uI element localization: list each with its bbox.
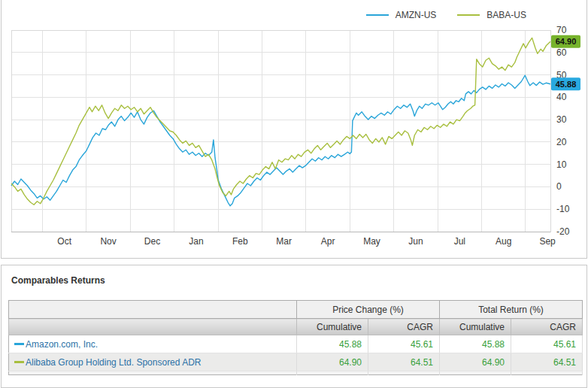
return-value-cell: 45.61: [511, 335, 583, 353]
legend-line-swatch: [366, 14, 389, 16]
legend-label: AMZN-US: [396, 10, 437, 20]
x-tick-label: Apr: [321, 236, 335, 247]
y-tick-label: 10: [556, 159, 567, 170]
company-link[interactable]: Alibaba Group Holding Ltd. Sponsored ADR: [26, 357, 201, 368]
chart-legend: AMZN-USBABA-US: [366, 10, 526, 20]
x-tick-label: Aug: [496, 236, 511, 247]
company-link[interactable]: Amazon.com, Inc.: [26, 339, 98, 350]
series-line-amzn-us[interactable]: [11, 75, 550, 206]
x-tick-label: Jul: [454, 236, 465, 247]
subheader-cumulative-1: Cumulative: [297, 319, 368, 335]
header-group-price-change: Price Change (%): [297, 301, 440, 319]
return-value-cell: 45.61: [368, 335, 440, 353]
x-tick-label: Oct: [57, 236, 71, 247]
x-tick-label: Jan: [189, 236, 203, 247]
comparables-panel: Comparables Returns Price Change (%) Tot…: [1, 265, 587, 388]
series-color-swatch: [14, 361, 24, 363]
return-value-cell: 64.90: [440, 353, 511, 371]
return-value-cell: 64.51: [511, 353, 583, 371]
table-row: Amazon.com, Inc.45.8845.6145.8845.61: [9, 335, 583, 353]
price-chart-panel: OctNovDecJanFebMarAprMayJunJulAugSep7060…: [1, 0, 587, 259]
return-value-cell: 45.88: [440, 335, 511, 353]
header-group-total-return: Total Return (%): [440, 301, 583, 319]
subheader-blank: [9, 319, 297, 335]
return-value-cell: 45.88: [297, 335, 368, 353]
y-tick-label: 30: [556, 114, 567, 125]
subheader-cumulative-2: Cumulative: [440, 319, 511, 335]
price-chart[interactable]: OctNovDecJanFebMarAprMayJunJulAugSep7060…: [2, 0, 586, 256]
last-value-label: 45.88: [556, 80, 577, 89]
legend-item-baba-us[interactable]: BABA-US: [457, 10, 526, 20]
y-tick-label: -10: [556, 204, 570, 214]
table-title: Comparables Returns: [2, 265, 586, 286]
x-tick-label: Dec: [144, 236, 160, 247]
legend-line-swatch: [457, 14, 480, 16]
series-line-baba-us[interactable]: [11, 38, 550, 205]
y-tick-label: 20: [556, 137, 567, 147]
plot-border: [11, 30, 550, 232]
x-tick-label: May: [363, 236, 380, 247]
return-value-cell: 64.51: [368, 353, 440, 371]
y-tick-label: 60: [556, 47, 567, 58]
y-tick-label: 40: [556, 92, 567, 102]
y-tick-label: 70: [556, 25, 567, 35]
last-value-label: 64.90: [556, 37, 577, 46]
x-tick-label: Mar: [276, 236, 292, 247]
y-tick-label: 0: [556, 181, 562, 192]
return-value-cell: 64.90: [297, 353, 368, 371]
y-tick-label: -20: [556, 226, 570, 237]
table-row: Alibaba Group Holding Ltd. Sponsored ADR…: [9, 353, 583, 371]
x-tick-label: Sep: [539, 236, 556, 247]
partial-row: [9, 371, 583, 375]
legend-item-amzn-us[interactable]: AMZN-US: [366, 10, 437, 20]
legend-label: BABA-US: [486, 10, 526, 20]
subheader-cagr-2: CAGR: [511, 319, 583, 335]
x-tick-label: Jun: [408, 236, 423, 247]
header-blank: [9, 301, 297, 319]
series-color-swatch: [14, 343, 24, 345]
x-tick-label: Feb: [232, 236, 248, 247]
subheader-cagr-1: CAGR: [368, 319, 440, 335]
comparables-table: Price Change (%) Total Return (%) Cumula…: [8, 300, 583, 375]
x-tick-label: Nov: [100, 236, 116, 247]
